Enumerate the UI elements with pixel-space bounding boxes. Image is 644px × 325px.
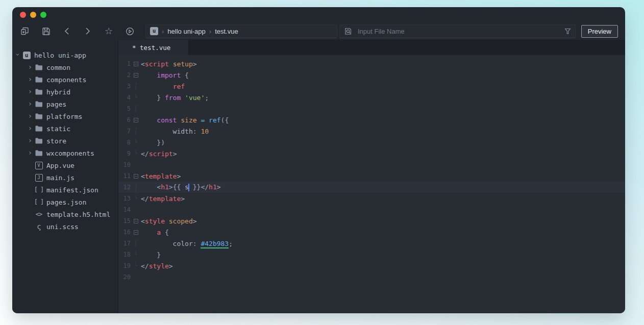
chevron-right-icon[interactable]: › (27, 149, 34, 156)
code-line-4[interactable]: 4└ } from 'vue'; (118, 92, 625, 103)
breadcrumb-project[interactable]: hello uni-app (167, 28, 205, 35)
code-text: </template> (141, 195, 185, 203)
sidebar-item-uni-scss[interactable]: ›ςuni.scss (12, 220, 118, 233)
sidebar-item-common[interactable]: ›common (12, 61, 118, 73)
run-button[interactable] (122, 24, 137, 38)
code-line-6[interactable]: 6 const size = ref({ (118, 114, 625, 126)
line-number: 20 (118, 273, 131, 281)
favorite-button[interactable]: ☆ (101, 24, 116, 38)
code-text: } (141, 251, 161, 259)
sidebar-item-static[interactable]: ›static (12, 122, 118, 135)
code-line-1[interactable]: 1<script setup> (118, 58, 625, 69)
fold-toggle-icon[interactable] (131, 73, 141, 78)
fold-toggle-icon[interactable] (131, 219, 141, 223)
code-line-8[interactable]: 8└ }) (118, 137, 625, 148)
code-text: </script> (141, 150, 177, 158)
fold-guide: └ (131, 94, 141, 101)
line-number: 12 (118, 184, 131, 191)
code-line-14[interactable]: 14 (118, 204, 625, 215)
code-line-20[interactable]: 20 (118, 271, 625, 283)
chevron-right-icon[interactable]: › (27, 76, 34, 83)
sidebar-item-wxcomponents[interactable]: ›wxcomponents (12, 147, 118, 159)
code-line-12[interactable]: 12│ <h1>{{ s }}</h1> (118, 182, 625, 193)
breadcrumb-file[interactable]: test.vue (215, 28, 238, 35)
toolbar: ☆ u › hello uni-app › test.vue (12, 22, 625, 40)
minimize-button[interactable] (30, 12, 36, 18)
chevron-right-icon[interactable]: › (27, 137, 34, 144)
chevron-right-icon[interactable]: › (27, 112, 34, 119)
js-file-icon: J (34, 174, 44, 182)
code-line-3[interactable]: 3│ ref (118, 81, 625, 92)
line-number: 18 (118, 251, 131, 258)
code-text: <template> (141, 172, 181, 180)
folder-icon (34, 126, 44, 132)
fold-toggle-icon[interactable] (131, 174, 141, 179)
json-file-icon: [ ] (34, 186, 44, 193)
code-line-2[interactable]: 2 import { (118, 69, 625, 81)
tab-test-vue[interactable]: * test.vue (118, 40, 189, 55)
code-text: </style> (141, 262, 173, 270)
sidebar-item-pages-json[interactable]: ›[ ]pages.json (12, 196, 118, 208)
fold-toggle-icon[interactable] (131, 62, 141, 66)
code-line-19[interactable]: 19└</style> (118, 260, 625, 271)
fold-toggle-icon[interactable] (131, 118, 141, 122)
code-line-10[interactable]: 10 (118, 159, 625, 170)
folder-icon (35, 64, 43, 70)
zoom-button[interactable] (40, 12, 46, 18)
back-button[interactable] (59, 24, 75, 38)
fold-toggle-icon[interactable] (131, 230, 141, 235)
folder-icon (35, 101, 43, 107)
code-line-13[interactable]: 13└</template> (118, 193, 625, 204)
fold-guide: │ (131, 240, 141, 247)
sidebar-item-template-h5-html[interactable]: ›<>template.h5.html (12, 208, 118, 220)
fold-guide: └ (131, 150, 141, 157)
line-number: 1 (118, 60, 131, 67)
sidebar-item-label: template.h5.html (46, 211, 110, 218)
code-text: <h1>{{ s }}</h1> (141, 183, 221, 191)
close-button[interactable] (20, 12, 26, 18)
chevron-right-icon[interactable]: › (27, 88, 34, 95)
code-line-11[interactable]: 11<template> (118, 170, 625, 182)
sidebar-item-main-js[interactable]: ›Jmain.js (12, 171, 118, 184)
sidebar-item-hybrid[interactable]: ›hybrid (12, 86, 118, 98)
line-number: 3 (118, 83, 131, 90)
folder-icon (34, 101, 44, 107)
chevron-right-icon[interactable]: › (27, 63, 34, 70)
desktop-background: ☆ u › hello uni-app › test.vue (0, 0, 644, 325)
sidebar-item-hello-uni-app[interactable]: ›uhello uni-app (12, 49, 118, 61)
new-file-button[interactable] (17, 24, 33, 38)
chevron-down-icon[interactable]: › (14, 51, 21, 58)
sidebar-item-label: manifest.json (46, 186, 98, 194)
sidebar-item-components[interactable]: ›components (12, 73, 118, 86)
save-button[interactable] (38, 24, 54, 38)
code-line-7[interactable]: 7│ width: 10 (118, 126, 625, 137)
sidebar-item-platforms[interactable]: ›platforms (12, 110, 118, 122)
save-icon (42, 27, 51, 36)
code-line-15[interactable]: 15<style scoped> (118, 215, 625, 227)
code-line-16[interactable]: 16 a { (118, 227, 625, 238)
file-search-input[interactable] (357, 27, 561, 36)
sidebar-item-app-vue[interactable]: ›VApp.vue (12, 159, 118, 171)
folder-icon (34, 150, 44, 156)
chevron-right-icon[interactable]: › (27, 100, 34, 107)
sidebar-item-store[interactable]: ›store (12, 135, 118, 147)
sidebar-item-manifest-json[interactable]: ›[ ]manifest.json (12, 184, 118, 196)
chevron-right-icon: › (209, 28, 211, 35)
breadcrumb: u › hello uni-app › test.vue (145, 24, 337, 38)
filter-funnel-icon[interactable] (564, 28, 571, 35)
code-line-9[interactable]: 9└</script> (118, 148, 625, 159)
sidebar-item-label: App.vue (46, 162, 75, 169)
chevron-right-icon[interactable]: › (27, 124, 34, 132)
preview-button[interactable]: Preview (581, 25, 618, 38)
tab-bar: * test.vue (118, 40, 625, 55)
code-line-17[interactable]: 17│ color: #42b983; (118, 238, 625, 249)
fold-guide: │ (131, 128, 141, 135)
code-line-5[interactable]: 5│ (118, 103, 625, 114)
code-line-18[interactable]: 18└ } (118, 249, 625, 260)
line-number: 9 (118, 150, 131, 157)
sidebar-item-pages[interactable]: ›pages (12, 98, 118, 110)
code-area[interactable]: 1<script setup>2 import {3│ ref4└ } from… (118, 55, 625, 313)
code-text: import { (141, 71, 189, 79)
project-icon: u (21, 52, 32, 59)
forward-button[interactable] (80, 24, 95, 38)
